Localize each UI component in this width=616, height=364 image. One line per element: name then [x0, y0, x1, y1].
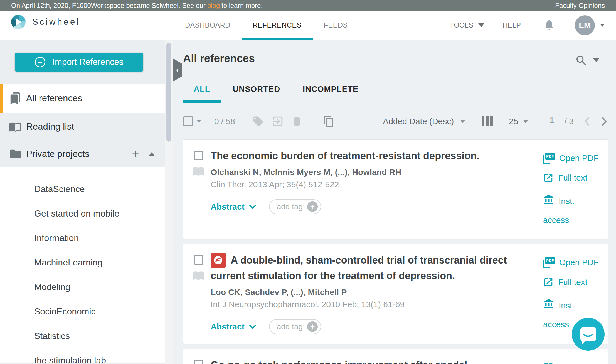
move-to-project-icon[interactable] [271, 115, 284, 128]
reference-checkbox[interactable] [194, 360, 203, 364]
project-item-statistics[interactable]: Statistics [0, 324, 165, 348]
help-label: HELP [503, 21, 521, 29]
nav-feeds[interactable]: FEEDS [313, 11, 359, 40]
add-tag-button[interactable]: add tag + [269, 199, 321, 214]
app-body: Import References All references Reading… [0, 40, 616, 364]
institution-icon [543, 297, 554, 315]
tag-icon[interactable] [252, 115, 264, 127]
sidebar-item-label: Private projects [26, 149, 89, 159]
sciwheel-logo-icon [11, 15, 26, 29]
sidebar-item-private-projects[interactable]: Private projects + [0, 141, 165, 167]
bookmark-icon [9, 92, 22, 105]
card-main: Go-no-go task performance improvement af… [211, 360, 543, 364]
page-size-dropdown[interactable]: 25 [509, 117, 528, 126]
prev-page-chevron-icon[interactable] [583, 117, 591, 126]
add-project-button[interactable]: + [132, 147, 140, 161]
search-cluster [575, 55, 599, 66]
open-pdf-label: Open PDF [559, 258, 599, 267]
reference-card: A double-blind, sham-controlled trial of… [183, 244, 608, 344]
project-item-get-started[interactable]: Get started on mobile [0, 201, 165, 226]
card-left [193, 151, 211, 229]
sidebar-scrollbar[interactable] [165, 40, 173, 364]
add-tag-button[interactable]: add tag + [269, 319, 321, 334]
abstract-toggle[interactable]: Abstract [211, 322, 256, 331]
nav-references[interactable]: REFERENCES [242, 11, 313, 40]
search-icon[interactable] [575, 55, 587, 66]
user-avatar[interactable]: LM [575, 15, 595, 35]
reading-list-book-icon[interactable] [192, 269, 204, 282]
next-page-chevron-icon[interactable] [600, 117, 608, 126]
reference-checkbox[interactable] [194, 255, 203, 265]
bulk-action-icons [252, 115, 342, 128]
full-text-link[interactable]: Full text [543, 362, 600, 364]
card-left [193, 255, 211, 334]
faculty-opinions-label[interactable]: Faculty Opinions [555, 2, 605, 9]
announcement-banner: On April 12th, 2020, F1000Workspace beca… [0, 0, 616, 11]
column-view-icon[interactable] [482, 116, 493, 126]
chat-support-button[interactable] [572, 318, 605, 351]
nav-dashboard[interactable]: DASHBOARD [174, 11, 242, 40]
reference-title[interactable]: A double-blind, sham-controlled trial of… [211, 253, 543, 283]
help-menu[interactable]: HELP [503, 21, 521, 29]
sidebar-item-label: All references [26, 93, 82, 104]
project-item-socioeconomic[interactable]: SocioEconomic [0, 299, 165, 324]
chevron-down-icon [249, 324, 256, 329]
sciwheel-app: On April 12th, 2020, F1000Workspace beca… [0, 0, 616, 364]
sidebar-item-all-references[interactable]: All references [0, 84, 165, 113]
reference-citation: Clin Ther. 2013 Apr; 35(4) 512-522 [211, 180, 543, 189]
banner-message: On April 12th, 2020, F1000Workspace beca… [11, 2, 206, 9]
project-item-stimulation-lab[interactable]: the stimulation lab [0, 348, 165, 364]
abstract-toggle[interactable]: Abstract [211, 202, 256, 211]
brand-name: Sciwheel [32, 17, 80, 27]
card-main: The economic burden of treatment-resista… [211, 151, 543, 229]
copy-icon[interactable] [323, 115, 335, 127]
tab-incomplete[interactable]: INCOMPLETE [292, 76, 369, 103]
reference-checkbox[interactable] [194, 151, 203, 160]
reading-list-book-icon[interactable] [192, 165, 204, 178]
tab-unsorted[interactable]: UNSORTED [222, 76, 291, 103]
select-options-chevron-icon[interactable] [196, 120, 201, 123]
full-text-link[interactable]: Full text [543, 173, 600, 183]
import-references-button[interactable]: Import References [15, 53, 143, 72]
open-pdf-link[interactable]: PDF Open PDF [543, 257, 600, 268]
full-text-label: Full text [558, 173, 587, 183]
open-pdf-link[interactable]: PDF Open PDF [543, 153, 600, 164]
sort-dropdown[interactable]: Added Date (Desc) [383, 117, 465, 126]
scrollbar-thumb[interactable] [166, 43, 171, 142]
trash-icon[interactable] [291, 116, 302, 127]
project-item-machinelearning[interactable]: MachineLearning [0, 250, 165, 275]
project-item-modeling[interactable]: Modeling [0, 275, 165, 299]
reference-title[interactable]: Go-no-go task performance improvement af… [211, 358, 543, 364]
sidebar: Import References All references Reading… [0, 40, 165, 364]
external-link-icon [543, 173, 554, 183]
reference-title[interactable]: The economic burden of treatment-resista… [211, 149, 543, 163]
external-link-icon [543, 277, 554, 287]
page-number-input[interactable]: 1 [544, 115, 560, 127]
select-all-checkbox[interactable] [183, 116, 193, 126]
collapse-projects-chevron-icon[interactable] [149, 152, 154, 156]
project-item-information[interactable]: Information [0, 226, 165, 250]
sidebar-item-reading-list[interactable]: Reading list [0, 113, 165, 141]
open-pdf-label: Open PDF [559, 153, 599, 163]
pdf-icon: PDF [543, 153, 555, 164]
brand[interactable]: Sciwheel [11, 15, 80, 29]
project-item-datascience[interactable]: DataScience [0, 177, 165, 201]
full-text-link[interactable]: Full text [543, 277, 600, 287]
sidebar-collapse-handle[interactable]: ‹ [173, 58, 182, 82]
card-footer: Abstract add tag + [211, 319, 543, 334]
blog-link[interactable]: blog [207, 2, 220, 9]
institutional-access-link[interactable]: Inst. access [543, 192, 600, 229]
search-options-chevron-icon[interactable] [593, 58, 599, 62]
tab-all[interactable]: ALL [183, 76, 221, 103]
open-book-icon [9, 120, 22, 133]
abstract-label: Abstract [211, 202, 245, 211]
plus-circle-icon [35, 57, 45, 67]
tools-menu[interactable]: TOOLS [450, 21, 484, 29]
page-size-value: 25 [509, 117, 518, 126]
user-menu-chevron-icon[interactable] [600, 24, 605, 27]
faculty-opinions-badge-icon [211, 253, 226, 268]
chevron-down-icon [478, 23, 484, 27]
reference-card: Go-no-go task performance improvement af… [183, 349, 608, 364]
external-link-icon [543, 362, 554, 364]
notifications-bell-icon[interactable] [543, 19, 555, 32]
